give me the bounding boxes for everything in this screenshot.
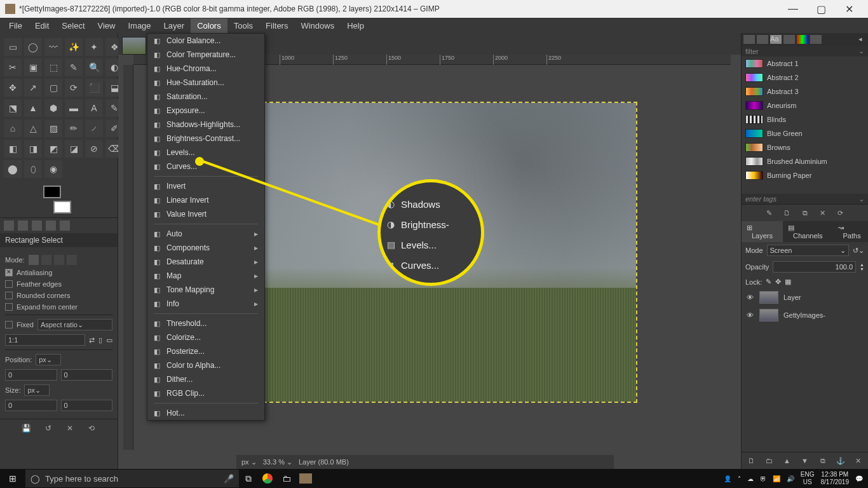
tool-26[interactable]: ▨ xyxy=(44,119,62,137)
tool-37[interactable]: ⬯ xyxy=(24,160,42,178)
menu-item-dither[interactable]: ◧Dither... xyxy=(147,372,264,386)
gradient-item[interactable]: Blinds xyxy=(742,112,868,126)
menu-item-components[interactable]: ◧Components▸ xyxy=(147,241,264,255)
close-button[interactable]: ✕ xyxy=(835,0,863,18)
menu-item-map[interactable]: ◧Map▸ xyxy=(147,269,264,283)
tool-20[interactable]: ⬢ xyxy=(44,99,62,117)
menu-item-posterize[interactable]: ◧Posterize... xyxy=(147,344,264,358)
gradient-item[interactable]: Brushed Aluminium xyxy=(742,154,868,168)
fixed-checkbox[interactable]: Fixed Aspect ratio⌄ xyxy=(5,319,112,330)
mode-replace-icon[interactable] xyxy=(29,255,39,265)
chrome-icon[interactable] xyxy=(258,469,277,488)
tool-6[interactable]: ✂ xyxy=(4,58,22,76)
tool-10[interactable]: 🔍 xyxy=(85,58,103,76)
dock-menu-icon[interactable]: ◂ xyxy=(858,35,866,44)
language-indicator[interactable]: ENGUS xyxy=(801,471,815,486)
tool-options-tabs[interactable] xyxy=(0,217,118,233)
menu-help[interactable]: Help xyxy=(341,18,370,33)
tray-up-icon[interactable]: ˄ xyxy=(738,475,741,482)
edit-gradient-icon[interactable]: ✎ xyxy=(765,208,774,217)
restore-preset-icon[interactable]: ↺ xyxy=(43,423,53,433)
menu-view[interactable]: View xyxy=(92,18,122,33)
tags-field[interactable]: enter tags⌄ xyxy=(742,194,868,204)
group-layer-icon[interactable]: 🗀 xyxy=(765,456,774,465)
menu-tools[interactable]: Tools xyxy=(227,18,259,33)
lower-layer-icon[interactable]: ▼ xyxy=(801,456,810,465)
status-unit[interactable]: px ⌄ xyxy=(241,458,257,466)
tool-33[interactable]: ◪ xyxy=(65,140,83,158)
menu-layer[interactable]: Layer xyxy=(158,18,191,33)
size-w-field[interactable]: 0 xyxy=(5,400,57,411)
tool-19[interactable]: ▲ xyxy=(24,99,42,117)
tool-15[interactable]: ⟳ xyxy=(65,79,83,97)
expand-checkbox[interactable]: Expand from center xyxy=(5,303,112,311)
maximize-button[interactable]: ▢ xyxy=(807,0,835,18)
tool-3[interactable]: ✨ xyxy=(65,38,83,56)
menu-item-value-invert[interactable]: ◧Value Invert xyxy=(147,207,264,221)
menu-item-colorize[interactable]: ◧Colorize... xyxy=(147,330,264,344)
rounded-checkbox[interactable]: Rounded corners xyxy=(5,292,112,299)
pos-y-field[interactable]: 0 xyxy=(61,369,113,381)
menu-item-linear-invert[interactable]: ◧Linear Invert xyxy=(147,193,264,207)
visibility-icon[interactable]: 👁 xyxy=(745,311,754,319)
menu-item-levels[interactable]: ◧Levels... xyxy=(147,146,264,159)
wifi-icon[interactable]: 📶 xyxy=(773,475,780,482)
portrait-icon[interactable]: ▯ xyxy=(98,336,102,344)
pos-x-field[interactable]: 0 xyxy=(5,369,57,381)
menu-item-auto[interactable]: ◧Auto▸ xyxy=(147,227,264,241)
tool-16[interactable]: ⬛ xyxy=(85,79,103,97)
delete-preset-icon[interactable]: ✕ xyxy=(65,423,75,433)
mode-add-icon[interactable] xyxy=(41,255,51,265)
tool-7[interactable]: ▣ xyxy=(24,58,42,76)
tool-18[interactable]: ⬔ xyxy=(4,99,22,117)
tool-12[interactable]: ✥ xyxy=(4,79,22,97)
clock[interactable]: 12:38 PM8/17/2019 xyxy=(821,471,850,486)
new-layer-icon[interactable]: 🗋 xyxy=(747,456,756,465)
tool-21[interactable]: ▬ xyxy=(65,99,83,117)
defender-icon[interactable]: ⛨ xyxy=(760,475,766,482)
status-zoom[interactable]: 33.3 % ⌄ xyxy=(263,458,292,466)
mode-sub-icon[interactable] xyxy=(54,255,64,265)
menu-image[interactable]: Image xyxy=(121,18,157,33)
size-unit-select[interactable]: px⌄ xyxy=(24,384,50,396)
antialias-checkbox[interactable]: Antialiasing xyxy=(5,269,112,276)
tool-27[interactable]: ✏ xyxy=(65,119,83,137)
swap-icon[interactable]: ⇄ xyxy=(89,336,95,344)
tool-2[interactable]: 〰 xyxy=(44,38,62,56)
tab-paths[interactable]: ↝ Paths xyxy=(833,221,868,242)
taskbar-search[interactable]: ◯ Type here to search 🎤 xyxy=(25,470,239,487)
tool-36[interactable]: ⬤ xyxy=(4,160,22,178)
opacity-stepper[interactable]: ▲▼ xyxy=(860,262,864,271)
tool-8[interactable]: ⬚ xyxy=(44,58,62,76)
opacity-field[interactable]: 100.0 xyxy=(773,261,856,273)
gradient-item[interactable]: Abstract 2 xyxy=(742,71,868,85)
gradient-item[interactable]: Browns xyxy=(742,140,868,154)
vertical-ruler[interactable] xyxy=(123,65,133,450)
menu-item-threshold[interactable]: ◧Threshold... xyxy=(147,316,264,330)
gradient-item[interactable]: Aneurism xyxy=(742,98,868,112)
tool-31[interactable]: ◨ xyxy=(24,140,42,158)
tab-channels[interactable]: ▤ Channels xyxy=(783,221,832,242)
menu-item-color-temperature[interactable]: ◧Color Temperature... xyxy=(147,48,264,62)
explorer-icon[interactable]: 🗀 xyxy=(277,469,296,488)
tool-28[interactable]: ⟋ xyxy=(85,119,103,137)
tool-30[interactable]: ◧ xyxy=(4,140,22,158)
onedrive-icon[interactable]: ☁ xyxy=(747,475,754,482)
menu-edit[interactable]: Edit xyxy=(29,18,55,33)
color-swatches[interactable] xyxy=(43,186,71,214)
lock-alpha-icon[interactable]: ▦ xyxy=(785,278,791,286)
menu-file[interactable]: File xyxy=(3,18,29,33)
lock-pixels-icon[interactable]: ✎ xyxy=(766,278,771,286)
menu-item-exposure[interactable]: ◧Exposure... xyxy=(147,104,264,118)
tool-32[interactable]: ◩ xyxy=(44,140,62,158)
dock-top-tabs[interactable]: Aa ◂ xyxy=(742,33,868,46)
reset-preset-icon[interactable]: ⟲ xyxy=(86,423,97,433)
menu-item-hot[interactable]: ◧Hot... xyxy=(147,406,264,420)
tool-14[interactable]: ▢ xyxy=(44,79,62,97)
task-view-icon[interactable]: ⧉ xyxy=(239,469,258,488)
blend-mode-select[interactable]: Screen⌄ xyxy=(767,245,849,256)
delete-layer-icon[interactable]: ✕ xyxy=(854,456,863,465)
bg-color-swatch[interactable] xyxy=(53,201,71,214)
menu-item-shadows-highlights[interactable]: ◧Shadows-Highlights... xyxy=(147,118,264,132)
tool-25[interactable]: △ xyxy=(24,119,42,137)
